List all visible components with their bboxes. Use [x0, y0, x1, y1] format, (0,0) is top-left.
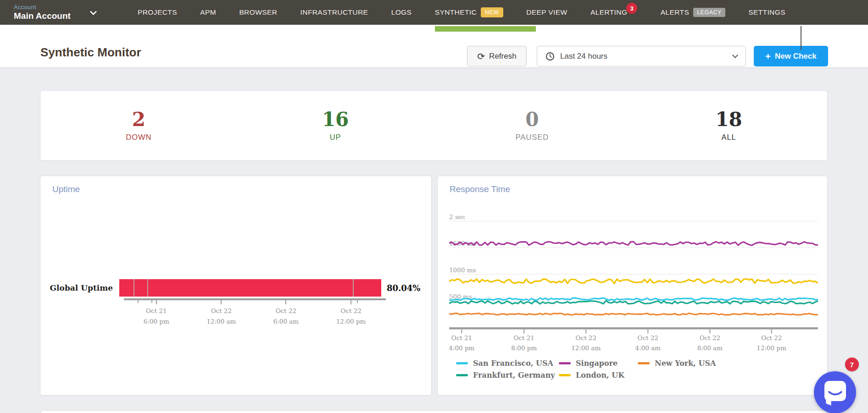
series-line-san-francisco-usa	[449, 298, 818, 300]
nav-menu: PROJECTS APM BROWSER INFRASTRUCTURE LOGS…	[138, 7, 785, 17]
new-check-button[interactable]: + New Check	[754, 46, 828, 66]
unread-count-badge[interactable]: 7	[845, 358, 859, 371]
chat-smile-icon	[824, 381, 846, 401]
uptime-row-label: Global Uptime	[40, 283, 119, 292]
stat-all-value: 18	[715, 110, 742, 129]
svg-text:1000 ms: 1000 ms	[449, 266, 476, 274]
annotation-line	[801, 26, 801, 50]
stat-all[interactable]: 18 ALL	[630, 91, 827, 160]
stat-paused[interactable]: 0 PAUSED	[434, 91, 631, 160]
series-line-london-uk	[449, 279, 818, 284]
uptime-card-title: Uptime	[52, 184, 80, 194]
next-card-partial	[40, 410, 828, 413]
top-nav: Account Main Account PROJECTS APM BROWSE…	[0, 0, 868, 25]
legacy-badge: LEGACY	[693, 8, 725, 17]
uptime-percent: 80.04%	[381, 283, 420, 293]
nav-item-logs[interactable]: LOGS	[391, 8, 412, 17]
stat-up-label: UP	[330, 133, 341, 142]
nav-item-apm[interactable]: APM	[200, 8, 216, 17]
plus-icon: +	[765, 52, 771, 61]
legend-item-singapore[interactable]: Singapore	[559, 359, 638, 368]
page-title: Synthetic Monitor	[40, 45, 141, 60]
refresh-button[interactable]: ⟳ Refresh	[467, 46, 527, 66]
nav-item-synthetic[interactable]: SYNTHETIC NEW	[435, 7, 503, 17]
legend-item-new-york-usa[interactable]: New York, USA	[638, 359, 716, 368]
legend-label: New York, USA	[655, 359, 716, 368]
nav-item-infrastructure[interactable]: INFRASTRUCTURE	[300, 8, 368, 17]
stat-down[interactable]: 2 DOWN	[40, 91, 237, 160]
legend-swatch	[638, 362, 650, 364]
nav-item-alerts-label: ALERTS	[661, 8, 689, 17]
chart-legend: San Francisco, USASingaporeNew York, USA…	[456, 359, 716, 380]
uptime-x-tick-label: Oct 2212:00 am	[196, 306, 246, 327]
legend-item-london-uk[interactable]: London, UK	[559, 371, 638, 380]
active-tab-indicator	[435, 26, 536, 32]
legend-item-san-francisco-usa[interactable]: San Francisco, USA	[456, 359, 559, 368]
uptime-x-tick-label: Oct 226:00 am	[261, 306, 311, 327]
legend-swatch	[559, 362, 571, 364]
account-switcher[interactable]: Account Main Account	[14, 4, 119, 21]
stat-paused-value: 0	[525, 110, 539, 129]
account-name: Main Account	[14, 11, 71, 21]
legend-label: Singapore	[576, 359, 618, 368]
stat-up[interactable]: 16 UP	[237, 91, 434, 160]
nav-item-synthetic-label: SYNTHETIC	[435, 8, 477, 17]
clock-icon	[545, 52, 555, 61]
alerting-count-badge: 3	[626, 3, 637, 14]
series-line-singapore	[449, 242, 818, 245]
response-x-tick-label: Oct 228:00 am	[684, 333, 735, 353]
chevron-down-icon	[90, 8, 97, 15]
account-label: Account	[14, 4, 71, 11]
nav-item-projects[interactable]: PROJECTS	[138, 8, 177, 17]
refresh-label: Refresh	[489, 52, 517, 61]
svg-text:2 sec: 2 sec	[449, 213, 465, 220]
refresh-icon: ⟳	[477, 52, 485, 61]
uptime-row: Global Uptime 80.04%	[40, 279, 431, 297]
nav-item-alerts[interactable]: ALERTS LEGACY	[661, 8, 725, 17]
uptime-x-axis	[124, 298, 386, 300]
uptime-bar[interactable]	[119, 279, 381, 297]
response-time-x-labels: Oct 214:00 pmOct 218:00 pmOct 2212:00 am…	[449, 333, 818, 356]
nav-item-settings[interactable]: SETTINGS	[748, 8, 785, 17]
uptime-x-tick-label: Oct 216:00 pm	[131, 306, 182, 327]
nav-item-alerting[interactable]: ALERTING 3	[590, 8, 637, 17]
nav-item-browser[interactable]: BROWSER	[239, 8, 277, 17]
nav-item-deep-view[interactable]: DEEP VIEW	[526, 8, 567, 17]
legend-item-frankfurt-germany[interactable]: Frankfurt, Germany	[456, 371, 559, 380]
legend-label: San Francisco, USA	[473, 359, 553, 368]
uptime-x-tick-label: Oct 2212:00 pm	[326, 306, 376, 327]
response-x-tick-label: Oct 218:00 pm	[499, 333, 549, 353]
new-check-label: New Check	[775, 52, 817, 61]
response-time-card: Response Time 2 sec1500 ms1000 ms500 ms …	[437, 176, 828, 396]
stat-all-label: ALL	[721, 133, 736, 142]
response-x-tick-label: Oct 224:00 am	[623, 333, 673, 353]
new-badge: NEW	[481, 7, 503, 17]
uptime-card: Uptime Global Uptime 80.04% Oct 216:00 p…	[40, 176, 432, 396]
app-root: Account Main Account PROJECTS APM BROWSE…	[0, 0, 868, 413]
stat-paused-label: PAUSED	[516, 133, 549, 142]
legend-label: Frankfurt, Germany	[473, 371, 555, 380]
stat-up-value: 16	[322, 110, 349, 129]
response-x-tick-label: Oct 2212:00 am	[561, 333, 611, 353]
series-line-new-york-usa	[449, 314, 818, 315]
nav-item-alerting-label: ALERTING	[590, 8, 627, 17]
legend-swatch	[456, 362, 468, 364]
response-x-tick-label: Oct 2212:00 pm	[746, 333, 797, 353]
chevron-down-icon	[732, 52, 738, 58]
stat-down-value: 2	[132, 110, 145, 129]
stat-down-label: DOWN	[126, 133, 151, 142]
legend-swatch	[559, 374, 571, 376]
legend-label: London, UK	[576, 371, 624, 380]
response-time-chart: 2 sec1500 ms1000 ms500 ms	[449, 209, 818, 335]
time-range-select[interactable]: Last 24 hours	[537, 46, 746, 66]
chat-launcher[interactable]	[814, 371, 856, 413]
legend-swatch	[456, 374, 468, 376]
time-range-value: Last 24 hours	[560, 52, 607, 61]
response-x-tick-label: Oct 214:00 pm	[436, 333, 487, 353]
summary-card: 2 DOWN 16 UP 0 PAUSED 18 ALL	[40, 90, 828, 161]
series-line-frankfurt-germany	[449, 301, 818, 304]
response-time-svg: 2 sec1500 ms1000 ms500 ms	[449, 209, 818, 335]
response-card-title: Response Time	[450, 184, 510, 194]
